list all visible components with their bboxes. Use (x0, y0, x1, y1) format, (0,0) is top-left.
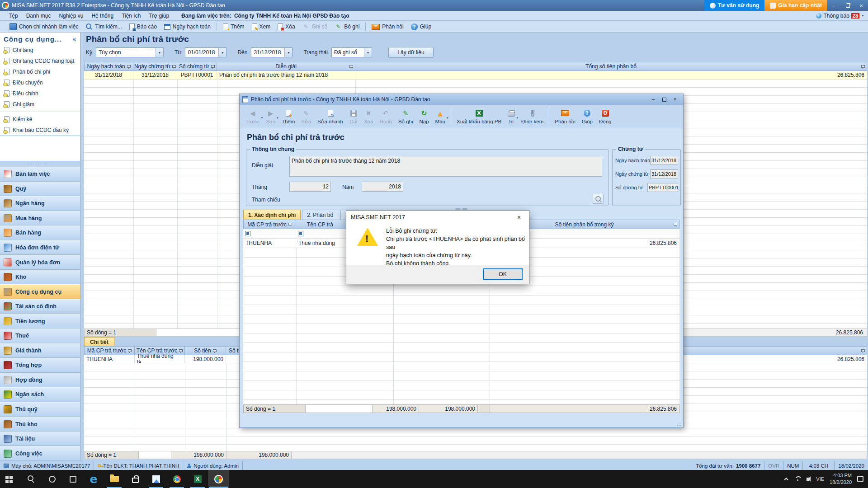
module-kho[interactable]: Kho (0, 270, 80, 285)
resize-grip[interactable]: .:: (677, 422, 682, 427)
help-button[interactable]: ? Giúp (408, 22, 434, 32)
renew-button[interactable]: Gia hạn cập nhật (764, 0, 827, 11)
edge-button[interactable]: e (83, 470, 104, 488)
task-view-button[interactable] (62, 470, 83, 488)
load-data-button[interactable]: Lấy dữ liệu (388, 47, 434, 58)
add-button[interactable]: +Thêm (278, 106, 298, 127)
pin-icon[interactable] (674, 222, 677, 226)
ok-button[interactable]: OK (483, 268, 523, 280)
sidebar-item-ghi-giam[interactable]: Ghi giảm (0, 99, 80, 110)
minimize-button[interactable]: – (827, 0, 841, 11)
search-button[interactable]: Tìm kiếm... (82, 22, 125, 32)
pin-icon[interactable] (861, 349, 865, 353)
edit-button[interactable]: ✎Sửa (298, 106, 314, 127)
undo-button[interactable]: ↶Hoàn (376, 106, 395, 127)
dialog-close-button[interactable]: × (509, 211, 529, 224)
filter-icon[interactable] (245, 231, 250, 236)
menu-utilities[interactable]: Tiện ích (118, 13, 145, 19)
tab-phan-bo[interactable]: 2. Phân bổ (302, 210, 338, 220)
pin-icon[interactable] (288, 222, 292, 226)
feedback-button[interactable]: Phản hồi (552, 106, 578, 127)
network-icon[interactable] (794, 476, 801, 482)
module-gia-thanh[interactable]: Giá thành (0, 343, 80, 358)
template-button[interactable]: ▲Mẫu▼ (432, 106, 448, 127)
sidebar-item-ghi-tang[interactable]: Ghi tăng (0, 45, 80, 56)
sidebar-item-phan-bo-chi-phi[interactable]: Phân bổ chi phí (0, 66, 80, 77)
sidebar-item-khai-bao-ccdc[interactable]: Khai báo CCDC đầu kỳ (0, 125, 80, 136)
module-ban-hang[interactable]: Bán hàng (0, 225, 80, 240)
unpost-button[interactable]: ✎ Bỏ ghi (331, 22, 363, 32)
photos-button[interactable] (146, 470, 166, 488)
unpost-button[interactable]: ✎Bỏ ghi (395, 106, 416, 127)
to-date-input[interactable]: 31/12/2018 ▼ (251, 47, 292, 57)
excel-button[interactable]: X (187, 470, 208, 488)
filter-cell-code[interactable] (243, 229, 296, 238)
start-button[interactable] (0, 470, 21, 488)
module-ngan-hang[interactable]: Ngân hàng (0, 196, 80, 211)
month-input[interactable]: 12 (289, 182, 331, 192)
chevron-down-icon[interactable]: ▼ (218, 48, 226, 57)
grid-selected-row[interactable]: 31/12/2018 31/12/2018 PBPTT00001 Phân bổ… (84, 71, 867, 80)
choose-branch-button[interactable]: Chọn chi nhánh làm việc (6, 22, 81, 32)
posting-date-button[interactable]: Ngày hạch toán (161, 22, 214, 32)
col-doc-date[interactable]: Ngày chứng từ (133, 62, 177, 71)
module-ban-lam-viec[interactable]: Bàn làm việc (0, 167, 80, 182)
menu-system[interactable]: Hệ thống (87, 13, 118, 19)
module-cong-viec[interactable]: Công việc (0, 446, 80, 461)
chrome-button[interactable] (166, 470, 187, 488)
menu-catalog[interactable]: Danh mục (22, 13, 55, 19)
sidebar-item-kiem-ke[interactable]: Kiểm kê (0, 114, 80, 125)
module-tien-luong[interactable]: Tiền lương (0, 314, 80, 328)
taskbar-search-button[interactable] (21, 470, 42, 488)
description-input[interactable]: Phân bổ chi phí trả trước tháng 12 năm 2… (289, 156, 602, 177)
menu-help[interactable]: Trợ giúp (145, 13, 173, 19)
file-explorer-button[interactable] (104, 470, 125, 488)
report-button[interactable]: ≣ Báo cáo (126, 22, 160, 32)
pin-icon[interactable] (211, 65, 215, 69)
restore-button[interactable] (841, 0, 854, 11)
period-select[interactable]: Tùy chọn ▼ (96, 47, 164, 57)
tab-xac-dinh-chi-phi[interactable]: 1. Xác định chi phí (243, 210, 301, 220)
consult-button[interactable]: Tư vấn sử dụng (704, 0, 764, 11)
pin-icon[interactable] (179, 349, 183, 353)
hidden-icons-chevron[interactable] (784, 477, 788, 482)
filter-icon[interactable] (298, 231, 303, 236)
footer-selected-cell[interactable] (306, 405, 373, 413)
print-button[interactable]: In▼ (505, 106, 518, 127)
delete-button[interactable]: ✖ Xóa (274, 22, 298, 32)
pin-icon[interactable] (349, 65, 353, 69)
prev-button[interactable]: ◀Trước▼ (242, 106, 263, 127)
delete-button[interactable]: ✖Xóa (361, 106, 376, 127)
pin-icon[interactable] (127, 65, 131, 69)
module-tai-lieu[interactable]: Tài liệu (0, 432, 80, 446)
posting-date-input[interactable]: 31/12/2018 (650, 156, 678, 165)
module-thu-quy[interactable]: Thủ quỹ (0, 402, 80, 417)
chevron-down-icon[interactable]: ▼ (156, 48, 163, 57)
close-form-button[interactable]: OĐóng (596, 106, 615, 127)
module-hoa-don-dien-tu[interactable]: Hóa đơn điện tử (0, 240, 80, 255)
child-maximize-button[interactable] (659, 96, 670, 103)
pin-icon[interactable] (172, 65, 176, 69)
sidebar-item-ghi-tang-ccdc[interactable]: Ghi tăng CCDC hàng loạt (0, 56, 80, 66)
attach-button[interactable]: Đính kèm (518, 106, 547, 127)
col-code[interactable]: Mã CP trả trước (84, 346, 135, 355)
chevron-down-icon[interactable]: ▼ (364, 48, 372, 57)
quick-edit-button[interactable]: ✎Sửa nhanh (314, 106, 346, 127)
add-button[interactable]: + Thêm (220, 22, 248, 32)
view-button[interactable]: ✎ Xem (249, 22, 274, 32)
post-button[interactable]: ✎ Ghi sổ (299, 22, 331, 32)
volume-icon[interactable] (807, 478, 809, 481)
pin-icon[interactable] (861, 65, 865, 69)
module-mua-hang[interactable]: Mua hàng (0, 211, 80, 226)
module-hop-dong[interactable]: Hợp đồng (0, 373, 80, 388)
save-button[interactable]: Cất (346, 106, 361, 127)
module-thu-kho[interactable]: Thủ kho (0, 417, 80, 432)
doc-date-input[interactable]: 31/12/2018 (650, 169, 678, 178)
cortana-button[interactable] (42, 470, 62, 488)
dialog-titlebar[interactable]: MISA SME.NET 2017 × (346, 211, 529, 224)
action-center-icon[interactable] (857, 476, 863, 482)
misa-app-button[interactable] (208, 470, 229, 488)
col-posting-date[interactable]: Ngày hạch toán (84, 62, 133, 71)
col-code[interactable]: Mã CP trả trước (243, 220, 296, 229)
chevron-down-icon[interactable]: ▼ (284, 48, 292, 57)
